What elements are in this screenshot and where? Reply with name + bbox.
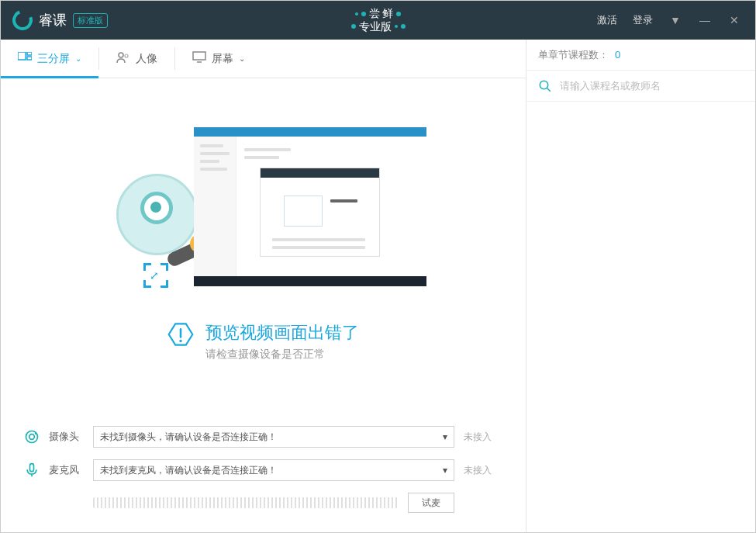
- course-search: [526, 71, 755, 102]
- svg-rect-5: [193, 52, 205, 60]
- dot-icon: [401, 24, 406, 29]
- camera-label: 摄像头: [49, 430, 84, 444]
- warning-icon: [167, 321, 194, 348]
- svg-point-12: [35, 433, 37, 435]
- camera-row: 摄像头 未找到摄像头，请确认设备是否连接正确！ ▾ 未接入: [24, 426, 502, 448]
- app-name: 睿课: [39, 11, 67, 29]
- microphone-row: 麦克风 未找到麦克风，请确认设备是否连接正确！ ▾ 未接入: [24, 459, 502, 481]
- device-settings: 摄像头 未找到摄像头，请确认设备是否连接正确！ ▾ 未接入 麦克风 未找到麦克风…: [1, 410, 526, 532]
- right-sidebar: 单章节课程数： 0: [526, 40, 755, 532]
- error-title: 预览视频画面出错了: [205, 321, 359, 344]
- monitor-icon: [192, 51, 206, 66]
- preview-illustration: ⤢: [116, 127, 411, 298]
- test-mic-button[interactable]: 试麦: [408, 493, 454, 513]
- logo-area: 睿课 标准版: [1, 10, 108, 30]
- svg-point-3: [119, 53, 123, 57]
- tab-label: 人像: [136, 52, 157, 66]
- view-tabs: 三分屏 ⌄ 人像 屏幕 ⌄: [1, 40, 526, 78]
- mic-level-row: 试麦: [24, 493, 502, 513]
- mic-label: 麦克风: [49, 463, 84, 477]
- search-input[interactable]: [560, 80, 744, 92]
- tab-label: 三分屏: [37, 52, 70, 66]
- chevron-down-icon: ⌄: [239, 54, 245, 63]
- person-icon: [116, 51, 130, 67]
- svg-point-9: [179, 340, 181, 342]
- dropdown-icon[interactable]: ▼: [668, 14, 682, 26]
- screen-thumbnail: [194, 127, 426, 286]
- left-pane: 三分屏 ⌄ 人像 屏幕 ⌄: [1, 40, 526, 532]
- chevron-down-icon: ▾: [443, 431, 447, 442]
- camera-select-value: 未找到摄像头，请确认设备是否连接正确！: [100, 431, 277, 444]
- camera-icon: [24, 429, 40, 445]
- svg-point-15: [540, 81, 548, 89]
- dot-icon: [351, 24, 356, 29]
- microphone-icon: [24, 462, 40, 478]
- mic-select[interactable]: 未找到麦克风，请确认设备是否连接正确！ ▾: [93, 459, 454, 481]
- main-content: 三分屏 ⌄ 人像 屏幕 ⌄: [1, 40, 755, 532]
- camera-status: 未接入: [464, 431, 502, 444]
- promo-banner[interactable]: 尝 鲜 专业版: [351, 7, 406, 33]
- chapter-count-label: 单章节课程数：: [538, 48, 609, 62]
- svg-rect-1: [27, 52, 32, 55]
- dot-icon: [396, 12, 401, 16]
- tab-triple-screen[interactable]: 三分屏 ⌄: [1, 40, 98, 78]
- preview-area: ⤢: [1, 78, 526, 410]
- error-subtitle: 请检查摄像设备是否正常: [205, 348, 359, 362]
- promo-text-1: 尝 鲜: [369, 7, 394, 20]
- close-icon[interactable]: ✕: [727, 14, 741, 26]
- activate-link[interactable]: 激活: [597, 13, 617, 27]
- chapter-count-header: 单章节课程数： 0: [526, 40, 755, 71]
- mic-level-meter: [93, 497, 399, 508]
- svg-rect-0: [18, 52, 26, 60]
- dot-icon: [361, 12, 366, 16]
- camera-select[interactable]: 未找到摄像头，请确认设备是否连接正确！ ▾: [93, 426, 454, 448]
- triple-screen-icon: [18, 52, 32, 66]
- svg-point-11: [29, 434, 35, 440]
- svg-point-4: [125, 54, 128, 57]
- mic-select-value: 未找到麦克风，请确认设备是否连接正确！: [100, 464, 277, 477]
- tab-label: 屏幕: [212, 52, 233, 66]
- svg-rect-13: [30, 464, 34, 472]
- mic-status: 未接入: [464, 464, 502, 477]
- preview-error-message: 预览视频画面出错了 请检查摄像设备是否正常: [167, 321, 359, 362]
- mascot-icon: [116, 174, 198, 255]
- search-icon: [538, 79, 552, 93]
- chevron-down-icon: ▾: [443, 465, 447, 476]
- titlebar: 睿课 标准版 尝 鲜 专业版 激活 登录 ▼ — ✕: [1, 1, 755, 40]
- chapter-count-value: 0: [615, 49, 620, 61]
- minimize-icon[interactable]: —: [698, 14, 712, 26]
- svg-line-16: [547, 88, 551, 92]
- promo-text-2: 专业版: [359, 20, 392, 33]
- app-logo-icon: [9, 7, 36, 34]
- svg-rect-2: [27, 57, 32, 60]
- tab-screen[interactable]: 屏幕 ⌄: [175, 40, 262, 78]
- edition-badge: 标准版: [73, 13, 108, 28]
- dot-icon: [395, 25, 398, 28]
- dot-icon: [355, 12, 358, 16]
- capture-frame-icon: ⤢: [143, 263, 168, 288]
- tab-portrait[interactable]: 人像: [99, 40, 174, 78]
- login-link[interactable]: 登录: [633, 13, 653, 27]
- chevron-down-icon: ⌄: [75, 54, 81, 63]
- titlebar-right: 激活 登录 ▼ — ✕: [597, 13, 755, 27]
